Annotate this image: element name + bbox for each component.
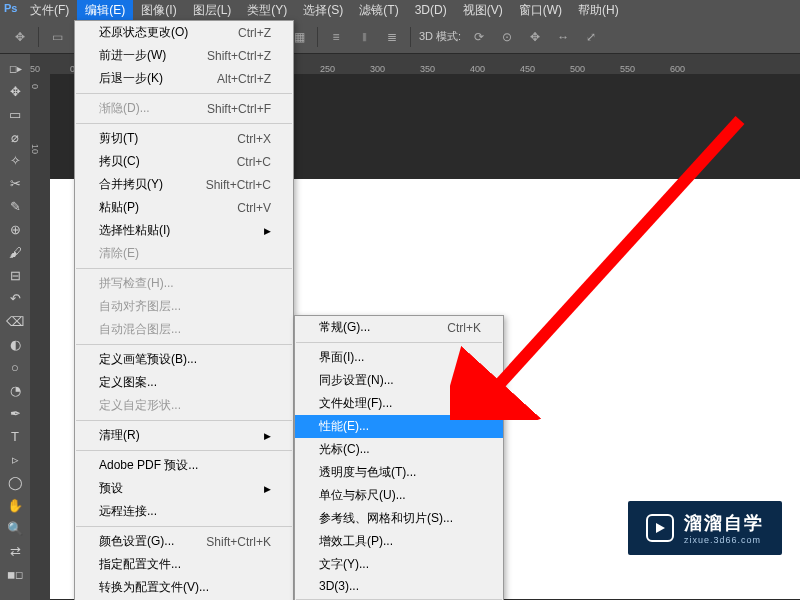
edit-menu-item[interactable]: 颜色设置(G)...Shift+Ctrl+K [75,530,293,553]
dodge-tool-icon[interactable]: ◔ [4,380,26,400]
move-tool-icon[interactable]: ✥ [4,81,26,101]
edit-menu-item[interactable]: 拷贝(C)Ctrl+C [75,150,293,173]
crop-tool-icon[interactable]: ✂ [4,173,26,193]
edit-menu-item[interactable]: 转换为配置文件(V)... [75,576,293,599]
menu-shortcut: Alt+Ctrl+Z [217,72,271,86]
dist-3-icon[interactable]: ≣ [382,27,402,47]
edit-menu-item[interactable]: 预设▶ [75,477,293,500]
pen-tool-icon[interactable]: ✒ [4,403,26,423]
menu-item-label: 清理(R) [99,427,140,444]
menu-shortcut: Shift+Ctrl+C [206,178,271,192]
prefs-menu-item[interactable]: 透明度与色域(T)... [295,461,503,484]
lasso-tool-icon[interactable]: ⌀ [4,127,26,147]
3d-roll-icon[interactable]: ⊙ [497,27,517,47]
history-brush-icon[interactable]: ↶ [4,288,26,308]
prefs-menu-item[interactable]: 常规(G)...Ctrl+K [295,316,503,339]
menu-layer[interactable]: 图层(L) [185,0,240,21]
edit-menu-item[interactable]: 远程连接... [75,500,293,523]
edit-menu-item[interactable]: 前进一步(W)Shift+Ctrl+Z [75,44,293,67]
menu-select[interactable]: 选择(S) [295,0,351,21]
menu-item-label: 剪切(T) [99,130,138,147]
prefs-menu-item[interactable]: 界面(I)... [295,346,503,369]
prefs-menu-item[interactable]: 性能(E)... [295,415,503,438]
prefs-menu-item[interactable]: 增效工具(P)... [295,530,503,553]
zoom-tool-icon[interactable]: 🔍 [4,518,26,538]
prefs-menu-item[interactable]: 光标(C)... [295,438,503,461]
menu-type[interactable]: 类型(Y) [239,0,295,21]
blur-tool-icon[interactable]: ○ [4,357,26,377]
prefs-menu-item[interactable]: 同步设置(N)... [295,369,503,392]
ruler-tick: 600 [670,64,685,74]
separator [410,27,411,47]
menu-3d[interactable]: 3D(D) [407,1,455,19]
gradient-tool-icon[interactable]: ◐ [4,334,26,354]
menu-item-label: 拷贝(C) [99,153,140,170]
edit-menu-item[interactable]: 清理(R)▶ [75,424,293,447]
menu-filter[interactable]: 滤镜(T) [351,0,406,21]
prefs-menu-item[interactable]: 单位与标尺(U)... [295,484,503,507]
menu-item-label: 3D(3)... [319,579,359,593]
menu-divider [76,123,292,124]
3d-pan-icon[interactable]: ✥ [525,27,545,47]
3d-orbit-icon[interactable]: ⟳ [469,27,489,47]
brush-tool-icon[interactable]: 🖌 [4,242,26,262]
edit-menu-item[interactable]: 定义图案... [75,371,293,394]
wand-tool-icon[interactable]: ✧ [4,150,26,170]
tools-sidebar: ◻▸ ✥ ▭ ⌀ ✧ ✂ ✎ ⊕ 🖌 ⊟ ↶ ⌫ ◐ ○ ◔ ✒ T ▹ ◯ ✋… [0,54,30,600]
path-tool-icon[interactable]: ▹ [4,449,26,469]
3d-slide-icon[interactable]: ↔ [553,27,573,47]
quick-mask-icon[interactable]: ◻▸ [0,58,30,78]
heal-tool-icon[interactable]: ⊕ [4,219,26,239]
prefs-menu-item[interactable]: 文件处理(F)... [295,392,503,415]
edit-menu-item[interactable]: Adobe PDF 预设... [75,454,293,477]
shape-tool-icon[interactable]: ◯ [4,472,26,492]
preferences-submenu: 常规(G)...Ctrl+K界面(I)...同步设置(N)...文件处理(F).… [294,315,504,600]
edit-menu-item[interactable]: 指定配置文件... [75,553,293,576]
ruler-tick: 10 [30,144,40,154]
menu-window[interactable]: 窗口(W) [511,0,570,21]
edit-menu-item[interactable]: 定义画笔预设(B)... [75,348,293,371]
menu-item-label: 粘贴(P) [99,199,139,216]
menu-shortcut: Shift+Ctrl+F [207,102,271,116]
prefs-menu-item[interactable]: 3D(3)... [295,576,503,596]
edit-menu-item: 清除(E) [75,242,293,265]
hand-tool-icon[interactable]: ✋ [4,495,26,515]
tool-opt-1[interactable]: ▭ [47,27,67,47]
edit-menu-item[interactable]: 剪切(T)Ctrl+X [75,127,293,150]
edit-menu-item[interactable]: 选择性粘贴(I)▶ [75,219,293,242]
move-tool-icon[interactable]: ✥ [10,27,30,47]
menu-divider [76,93,292,94]
menu-divider [296,342,502,343]
menu-item-label: 自动对齐图层... [99,298,181,315]
edit-menu-item[interactable]: 合并拷贝(Y)Shift+Ctrl+C [75,173,293,196]
type-tool-icon[interactable]: T [4,426,26,446]
dist-1-icon[interactable]: ≡ [326,27,346,47]
menu-edit[interactable]: 编辑(E) [77,0,133,21]
marquee-tool-icon[interactable]: ▭ [4,104,26,124]
menu-view[interactable]: 视图(V) [455,0,511,21]
edit-menu-item[interactable]: 后退一步(K)Alt+Ctrl+Z [75,67,293,90]
edit-menu-item[interactable]: 粘贴(P)Ctrl+V [75,196,293,219]
edit-menu-item: 渐隐(D)...Shift+Ctrl+F [75,97,293,120]
eraser-tool-icon[interactable]: ⌫ [4,311,26,331]
menu-item-label: 远程连接... [99,503,157,520]
fg-bg-swatch-icon[interactable]: ◼◻ [0,564,30,584]
menu-item-label: 文件处理(F)... [319,395,392,412]
menu-item-label: 前进一步(W) [99,47,166,64]
edit-menu-item: 自动混合图层... [75,318,293,341]
prefs-menu-item[interactable]: 参考线、网格和切片(S)... [295,507,503,530]
edit-menu-item[interactable]: 还原状态更改(O)Ctrl+Z [75,21,293,44]
color-swap-icon[interactable]: ⇄ [4,541,26,561]
menu-help[interactable]: 帮助(H) [570,0,627,21]
dist-2-icon[interactable]: ⦀ [354,27,374,47]
menu-item-label: 性能(E)... [319,418,369,435]
watermark-title: 溜溜自学 [684,511,764,535]
menu-item-label: 增效工具(P)... [319,533,393,550]
3d-scale-icon[interactable]: ⤢ [581,27,601,47]
menu-image[interactable]: 图像(I) [133,0,184,21]
eyedropper-icon[interactable]: ✎ [4,196,26,216]
prefs-menu-item[interactable]: 文字(Y)... [295,553,503,576]
menu-file[interactable]: 文件(F) [22,0,77,21]
menu-divider [76,526,292,527]
stamp-tool-icon[interactable]: ⊟ [4,265,26,285]
